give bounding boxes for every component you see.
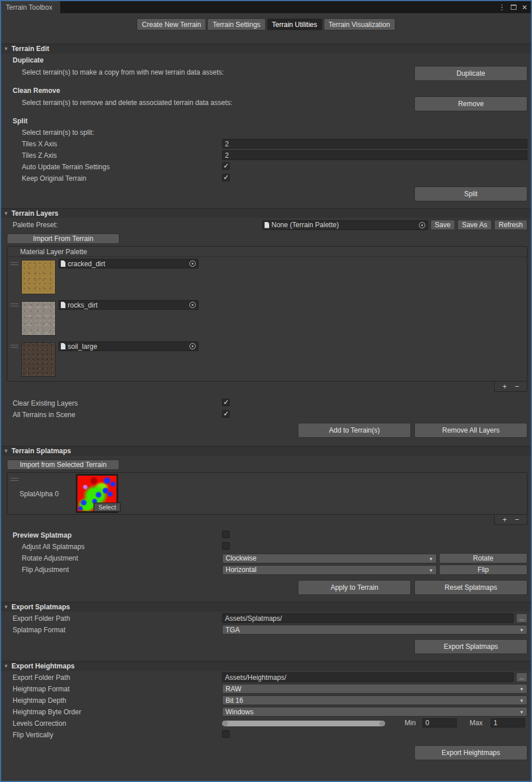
tiles-x-input[interactable]: 2: [222, 139, 527, 149]
foldout-icon: ▼: [3, 448, 9, 454]
layer-object-field[interactable]: soil_large: [59, 341, 199, 351]
preview-splatmap-checkbox[interactable]: [222, 531, 230, 538]
tab-terrain-visualization[interactable]: Terrain Visualization: [324, 18, 395, 30]
window-tab-terrain-toolbox[interactable]: Terrain Toolbox: [1, 1, 60, 13]
clear-existing-checkbox[interactable]: [222, 399, 230, 406]
add-layer-button[interactable]: +: [500, 383, 508, 390]
object-picker-icon[interactable]: [189, 260, 196, 267]
slider-track[interactable]: [222, 721, 385, 726]
save-as-button[interactable]: Save As: [457, 220, 492, 230]
asset-doc-icon: [61, 343, 65, 349]
export-heightmaps-folder-input[interactable]: Assets/Heightmaps/: [222, 672, 514, 682]
keep-original-checkbox[interactable]: [222, 174, 230, 181]
flip-adjustment-dropdown[interactable]: Horizontal ▼: [222, 565, 437, 575]
export-splatmaps-header[interactable]: ▼ Export Splatmaps: [1, 602, 531, 612]
clean-remove-description: Select terrain(s) to remove and delete a…: [22, 99, 232, 107]
all-terrains-checkbox[interactable]: [222, 410, 230, 418]
layer-object-field[interactable]: rocks_dirt: [59, 300, 199, 310]
chevron-down-icon: ▼: [519, 710, 524, 715]
section-title: Export Heightmaps: [11, 662, 75, 670]
drag-handle-icon[interactable]: [10, 262, 18, 263]
rotate-button[interactable]: Rotate: [439, 553, 527, 563]
layer-thumbnail-cracked-dirt[interactable]: [21, 260, 56, 294]
splatmap-format-dropdown[interactable]: TGA ▼: [222, 625, 527, 635]
export-splatmaps-folder-input[interactable]: Assets/Splatmaps/: [222, 613, 514, 623]
remove-splat-button[interactable]: −: [513, 516, 521, 523]
levels-correction-minmax-slider[interactable]: [222, 720, 385, 727]
tiles-z-input[interactable]: 2: [222, 150, 527, 160]
rotate-adjustment-dropdown[interactable]: Clockwise ▼: [222, 554, 437, 563]
drag-handle-icon[interactable]: [10, 345, 18, 345]
add-to-terrain-button[interactable]: Add to Terrain(s): [298, 423, 411, 438]
layer-thumbnail-rocks-dirt[interactable]: [21, 301, 56, 336]
layer-object-field[interactable]: cracked_dirt: [59, 259, 199, 269]
adjust-all-splatmaps-label: Adjust All Splatmaps: [22, 543, 84, 551]
object-picker-icon[interactable]: [419, 222, 425, 228]
auto-update-checkbox[interactable]: [222, 162, 230, 170]
slider-min-handle[interactable]: [222, 721, 228, 726]
import-from-terrain-button[interactable]: Import From Terrain: [7, 234, 119, 244]
export-splatmaps-button[interactable]: Export Splatmaps: [414, 639, 527, 654]
section-terrain-splatmaps: ▼ Terrain Splatmaps Import from Selected…: [1, 446, 531, 602]
duplicate-button[interactable]: Duplicate: [414, 66, 527, 81]
refresh-button[interactable]: Refresh: [494, 220, 527, 230]
split-button[interactable]: Split: [414, 186, 527, 201]
browse-button[interactable]: ...: [516, 672, 527, 682]
material-layer-palette-list: Material Layer Palette cracked_dirt: [7, 246, 527, 382]
terrain-splatmaps-header[interactable]: ▼ Terrain Splatmaps: [1, 446, 531, 456]
flip-vertically-label: Flip Vertically: [13, 731, 53, 739]
reset-splatmaps-button[interactable]: Reset Splatmaps: [414, 580, 527, 595]
remove-button[interactable]: Remove: [414, 96, 527, 111]
maximize-icon[interactable]: [511, 5, 517, 10]
flip-vertically-checkbox[interactable]: [222, 730, 230, 738]
splat-alpha-label: SplatAlpha 0: [20, 490, 59, 498]
asset-doc-icon: [61, 302, 65, 308]
chevron-down-icon: ▼: [429, 568, 433, 573]
terrain-layers-header[interactable]: ▼ Terrain Layers: [1, 208, 531, 218]
material-layer-palette-title: Material Layer Palette: [7, 247, 527, 257]
add-splat-button[interactable]: +: [500, 516, 508, 523]
section-export-heightmaps: ▼ Export Heightmaps Export Folder Path A…: [1, 661, 531, 764]
object-picker-icon[interactable]: [189, 302, 196, 308]
max-label: Max: [469, 719, 483, 727]
splat-row: SplatAlpha 0 Select: [7, 473, 527, 514]
foldout-icon: ▼: [3, 211, 9, 216]
import-from-selected-terrain-button[interactable]: Import from Selected Terrain: [7, 460, 119, 470]
drag-handle-icon[interactable]: [10, 304, 18, 304]
heightmap-format-dropdown[interactable]: RAW ▼: [222, 684, 527, 694]
min-value-input[interactable]: 0: [422, 718, 457, 727]
max-value-input[interactable]: 1: [491, 718, 525, 727]
object-picker-icon[interactable]: [189, 343, 196, 349]
close-icon[interactable]: ✕: [522, 4, 527, 11]
apply-to-terrain-button[interactable]: Apply to Terrain: [298, 580, 411, 595]
export-heightmaps-header[interactable]: ▼ Export Heightmaps: [1, 661, 531, 671]
clean-remove-heading: Clean Remove: [13, 87, 60, 95]
tab-terrain-settings[interactable]: Terrain Settings: [207, 18, 265, 30]
save-button[interactable]: Save: [430, 220, 455, 230]
tab-create-new-terrain[interactable]: Create New Terrain: [137, 18, 206, 30]
terrain-edit-header[interactable]: ▼ Terrain Edit: [1, 44, 531, 53]
slider-max-handle[interactable]: [379, 721, 385, 726]
clear-existing-label: Clear Existing Layers: [13, 399, 77, 407]
splatmap-select-button[interactable]: Select: [94, 503, 121, 512]
remove-layer-button[interactable]: −: [513, 383, 521, 390]
heightmap-depth-dropdown[interactable]: Bit 16 ▼: [222, 695, 527, 705]
browse-button[interactable]: ...: [516, 613, 527, 623]
section-title: Terrain Layers: [11, 209, 59, 217]
section-terrain-layers: ▼ Terrain Layers Palette Preset: None (T…: [1, 208, 531, 446]
tab-terrain-utilities[interactable]: Terrain Utilities: [267, 18, 323, 30]
remove-all-layers-button[interactable]: Remove All Layers: [414, 423, 527, 438]
chevron-down-icon: ▼: [519, 687, 524, 692]
more-menu-icon[interactable]: ⋮: [498, 3, 506, 11]
heightmap-byte-order-dropdown[interactable]: Windows ▼: [222, 707, 527, 717]
flip-button[interactable]: Flip: [439, 565, 527, 575]
layer-thumbnail-soil-large[interactable]: [21, 343, 56, 377]
palette-preset-object-field[interactable]: None (Terrain Palette): [262, 220, 428, 230]
splatmap-list: SplatAlpha 0 Select: [7, 472, 527, 515]
adjust-all-splatmaps-checkbox[interactable]: [222, 542, 230, 550]
chevron-down-icon: ▼: [429, 557, 433, 562]
export-heightmaps-button[interactable]: Export Heightmaps: [414, 745, 527, 760]
all-terrains-label: All Terrains in Scene: [13, 411, 75, 419]
drag-handle-icon[interactable]: [10, 478, 18, 478]
splatmap-thumbnail[interactable]: Select: [76, 474, 118, 513]
